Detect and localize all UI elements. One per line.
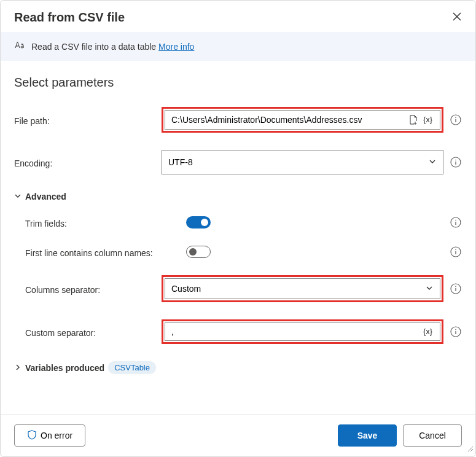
encoding-select[interactable]: UTF-8 bbox=[162, 150, 443, 174]
firstline-label: First line contains column names: bbox=[14, 246, 162, 258]
text-style-icon bbox=[14, 41, 25, 52]
more-info-link[interactable]: More info bbox=[158, 42, 194, 52]
filepath-label: File path: bbox=[14, 114, 162, 126]
firstline-toggle[interactable] bbox=[186, 246, 211, 258]
variables-toggle[interactable]: Variables produced CSVTable bbox=[14, 361, 462, 374]
customsep-input[interactable]: , {x} bbox=[165, 322, 440, 341]
trim-toggle[interactable] bbox=[186, 216, 211, 228]
cancel-button[interactable]: Cancel bbox=[403, 424, 462, 447]
trim-label: Trim fields: bbox=[14, 216, 162, 228]
info-banner: Read a CSV file into a data table More i… bbox=[1, 32, 475, 61]
chevron-right-icon bbox=[14, 363, 21, 373]
info-icon[interactable] bbox=[450, 326, 462, 338]
chevron-down-icon bbox=[14, 192, 21, 201]
info-icon[interactable] bbox=[450, 114, 462, 126]
chevron-down-icon bbox=[425, 284, 434, 294]
save-button[interactable]: Save bbox=[338, 424, 397, 447]
separator-select[interactable]: Custom bbox=[165, 278, 440, 299]
advanced-toggle[interactable]: Advanced bbox=[14, 192, 462, 201]
svg-point-13 bbox=[455, 329, 456, 330]
filepath-input[interactable]: C:\Users\Administrator\Documents\Address… bbox=[165, 110, 440, 130]
encoding-label: Encoding: bbox=[14, 156, 162, 168]
resize-grip-icon[interactable] bbox=[466, 443, 474, 455]
separator-label: Columns separator: bbox=[14, 283, 162, 295]
variable-picker-icon[interactable]: {x} bbox=[423, 113, 436, 127]
banner-description: Read a CSV file into a data table bbox=[31, 42, 156, 52]
info-icon[interactable] bbox=[450, 156, 462, 168]
on-error-button[interactable]: On error bbox=[14, 424, 85, 447]
svg-point-8 bbox=[455, 249, 456, 251]
info-icon[interactable] bbox=[450, 216, 462, 228]
shield-icon bbox=[27, 430, 37, 442]
info-icon[interactable] bbox=[450, 246, 462, 258]
dialog-title: Read from CSV file bbox=[14, 10, 125, 25]
svg-point-6 bbox=[455, 220, 456, 221]
variable-badge[interactable]: CSVTable bbox=[108, 361, 156, 374]
svg-point-4 bbox=[455, 160, 456, 161]
chevron-down-icon bbox=[428, 157, 437, 168]
svg-text:{x}: {x} bbox=[423, 115, 433, 124]
variable-picker-icon[interactable]: {x} bbox=[423, 325, 436, 338]
customsep-label: Custom separator: bbox=[14, 326, 162, 338]
svg-text:{x}: {x} bbox=[423, 327, 433, 336]
section-title: Select parameters bbox=[14, 76, 462, 90]
file-picker-icon[interactable] bbox=[407, 113, 420, 127]
close-icon[interactable] bbox=[452, 12, 462, 24]
svg-point-2 bbox=[455, 117, 456, 119]
svg-point-10 bbox=[455, 286, 456, 287]
info-icon[interactable] bbox=[450, 283, 462, 295]
